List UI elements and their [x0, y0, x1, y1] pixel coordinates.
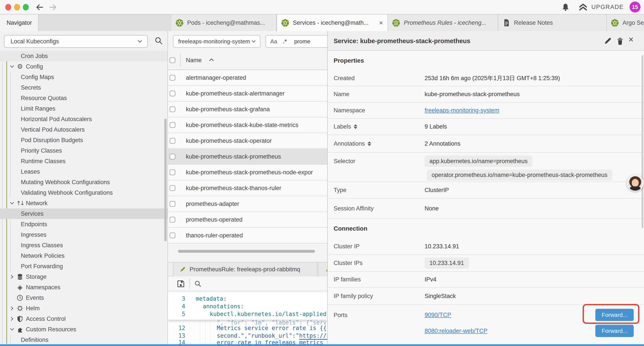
chevron-right-icon — [10, 306, 14, 311]
save-icon[interactable] — [177, 280, 185, 288]
editor-tab-prometheusrule[interactable]: PrometheusRule: freeleaps-prod-rabbitmq — [173, 262, 318, 276]
sidebar-item-secrets[interactable]: Secrets — [0, 82, 168, 93]
kubeconfig-select[interactable]: Local Kubeconfigs — [4, 35, 148, 48]
table-row[interactable]: kube-prometheus-stack-prometheus-node-ex… — [168, 165, 327, 180]
row-checkbox[interactable] — [170, 122, 175, 128]
tab-argo[interactable]: Argo Se — [607, 14, 644, 31]
yaml-editor[interactable]: ", "for": "1m", "labels": {"service": 3m… — [168, 291, 327, 345]
sidebar-item-cron-jobs[interactable]: Cron Jobs — [0, 51, 168, 61]
tab-pods[interactable]: Pods - icecheng@mathmas... — [172, 14, 277, 31]
sidebar-item-leases[interactable]: Leases — [0, 166, 168, 177]
detail-title: Service: kube-prometheus-stack-prometheu… — [334, 31, 470, 51]
sidebar-item-endpoints[interactable]: Endpoints — [0, 219, 168, 230]
sidebar-group-network[interactable]: ↑↓ Network — [0, 198, 168, 209]
row-checkbox[interactable] — [170, 185, 175, 191]
sidebar-item-runtime-classes[interactable]: Runtime Classes — [0, 156, 168, 166]
forward-port-button[interactable]: Forward... — [595, 325, 634, 337]
line-number: 5 — [168, 311, 185, 317]
table-row[interactable]: prometheus-adapter — [168, 196, 327, 212]
sidebar-item-mutating-webhook-configurations[interactable]: Mutating Webhook Configurations — [0, 177, 168, 187]
notifications-bell-icon[interactable] — [561, 3, 570, 12]
port-8080-link[interactable]: 8080:reloader-web/TCP — [424, 328, 488, 335]
runbook-url-link[interactable]: https://net — [299, 333, 327, 340]
table-row[interactable]: kube-prometheus-stack-grafana — [168, 102, 327, 117]
editor-search-icon[interactable] — [194, 280, 202, 288]
table-row[interactable]: kube-prometheus-stack-kube-state-metrics — [168, 117, 327, 133]
detail-row-ip-families: IP families IPv4 — [328, 272, 644, 288]
sidebar-item-limit-ranges[interactable]: Limit Ranges — [0, 103, 168, 114]
table-row[interactable]: kube-prometheus-stack-thanos-ruler — [168, 180, 327, 196]
row-checkbox[interactable] — [170, 233, 175, 238]
sidebar-item-resource-quotas[interactable]: Resource Quotas — [0, 93, 168, 103]
horizontal-scrollbar[interactable] — [178, 250, 315, 253]
expand-collapse-icon[interactable] — [354, 124, 357, 129]
row-checkbox[interactable] — [170, 154, 175, 159]
column-header-name[interactable]: Name — [186, 50, 202, 70]
notification-count-badge[interactable]: 15 — [630, 1, 640, 12]
tab-services-active[interactable]: Services - icecheng@math... × — [277, 14, 388, 31]
table-row[interactable]: kube-prometheus-stack-operator — [168, 133, 327, 149]
match-case-toggle[interactable]: Aa — [270, 38, 277, 45]
selector-chip: app.kubernetes.io/name=prometheus — [424, 156, 532, 167]
sidebar-item-definitions[interactable]: Definitions — [0, 335, 168, 345]
filter-search-input[interactable]: Aa .* prome — [266, 35, 327, 48]
sidebar-item-events[interactable]: Events — [0, 293, 168, 303]
expand-collapse-icon[interactable] — [368, 141, 371, 146]
row-checkbox[interactable] — [170, 91, 175, 96]
tab-navigator[interactable]: Navigator — [0, 14, 38, 31]
row-checkbox[interactable] — [170, 169, 175, 175]
editor-tab-next[interactable] — [318, 262, 327, 276]
close-tab-icon[interactable]: × — [379, 19, 383, 26]
sidebar-item-ingresses[interactable]: Ingresses — [0, 230, 168, 240]
namespace-select[interactable]: freeleaps-monitoring-system — [173, 35, 260, 48]
minimize-window-button[interactable] — [14, 4, 20, 10]
table-row[interactable]: thanos-ruler-operated — [168, 228, 327, 244]
sidebar-item-horizontal-pod-autoscalers[interactable]: Horizontal Pod Autoscalers — [0, 114, 168, 124]
table-row[interactable]: prometheus-operated — [168, 212, 327, 228]
row-checkbox[interactable] — [170, 106, 175, 112]
table-row-selected[interactable]: kube-prometheus-stack-prometheus — [168, 149, 327, 165]
sidebar-item-vertical-pod-autoscalers[interactable]: Vertical Pod Autoscalers — [0, 124, 168, 135]
row-checkbox[interactable] — [170, 138, 175, 144]
user-avatar[interactable] — [627, 175, 644, 191]
port-9090-link[interactable]: 9090/TCP — [424, 312, 451, 319]
sidebar-scrollbar[interactable] — [164, 119, 166, 241]
forward-arrow-icon[interactable] — [49, 3, 58, 11]
tab-prometheus-rules[interactable]: Prometheus Rules - icecheng... — [388, 14, 498, 31]
row-checkbox[interactable] — [170, 75, 175, 81]
sidebar-item-priority-classes[interactable]: Priority Classes — [0, 145, 168, 156]
sidebar-group-access-control[interactable]: Access Control — [0, 314, 168, 324]
sidebar-item-services-selected[interactable]: Services — [0, 209, 168, 219]
sidebar-item-port-forwarding[interactable]: Port Forwarding — [0, 261, 168, 272]
detail-scrollbar[interactable] — [642, 55, 643, 228]
back-arrow-icon[interactable] — [35, 3, 44, 11]
delete-trash-icon[interactable] — [616, 37, 624, 45]
upgrade-icon[interactable] — [578, 3, 588, 11]
edit-pencil-icon[interactable] — [604, 37, 612, 45]
row-checkbox[interactable] — [170, 217, 175, 223]
sidebar-group-helm[interactable]: Helm — [0, 303, 168, 314]
sidebar-group-config[interactable]: ⚙ Config — [0, 61, 168, 72]
tab-release-notes[interactable]: Release Notes — [498, 14, 607, 31]
database-icon — [16, 273, 24, 281]
close-panel-icon[interactable]: × — [628, 35, 637, 43]
namespace-link[interactable]: freeleaps-monitoring-system — [424, 107, 499, 114]
sidebar-item-config-maps[interactable]: Config Maps — [0, 72, 168, 82]
maximize-window-button[interactable] — [23, 4, 29, 10]
sidebar-group-storage[interactable]: Storage — [0, 272, 168, 282]
table-row[interactable]: alertmanager-operated — [168, 70, 327, 86]
close-window-button[interactable] — [5, 4, 11, 10]
sidebar-item-namespaces[interactable]: ◈ Namespaces — [0, 282, 168, 293]
regex-toggle[interactable]: .* — [283, 38, 287, 45]
sidebar-item-pod-disruption-budgets[interactable]: Pod Disruption Budgets — [0, 135, 168, 145]
row-checkbox[interactable] — [170, 201, 175, 207]
sidebar-item-network-policies[interactable]: Network Policies — [0, 251, 168, 261]
sidebar-group-custom-resources[interactable]: Custom Resources — [0, 324, 168, 335]
sidebar-item-ingress-classes[interactable]: Ingress Classes — [0, 240, 168, 251]
select-all-checkbox[interactable] — [170, 57, 175, 63]
search-icon[interactable] — [154, 36, 163, 45]
upgrade-button[interactable]: UPGRADE — [592, 0, 624, 14]
sidebar-item-validating-webhook-configurations[interactable]: Validating Webhook Configurations — [0, 187, 168, 198]
table-row[interactable]: kube-prometheus-stack-alertmanager — [168, 86, 327, 102]
sort-ascending-icon[interactable] — [209, 58, 214, 62]
